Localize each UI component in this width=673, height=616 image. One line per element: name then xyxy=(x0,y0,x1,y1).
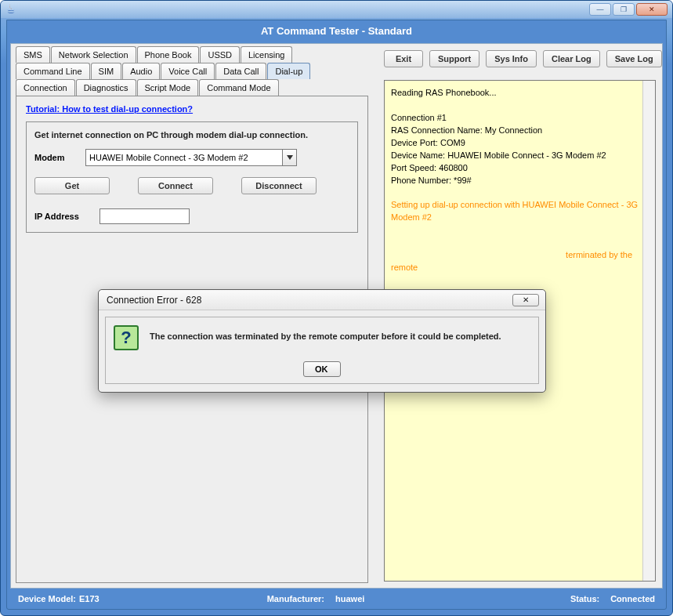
dialog-close-button[interactable]: ✕ xyxy=(512,294,539,306)
tab-command-line[interactable]: Command Line xyxy=(16,63,90,79)
support-button[interactable]: Support xyxy=(429,50,479,67)
tab-ussd[interactable]: USSD xyxy=(200,46,240,63)
connect-button[interactable]: Connect xyxy=(138,177,213,194)
tutorial-link[interactable]: Tutorial: How to test dial-up connection… xyxy=(26,104,193,114)
modem-value: HUAWEI Mobile Connect - 3G Modem #2 xyxy=(89,153,248,162)
tab-sim[interactable]: SIM xyxy=(91,63,122,79)
tab-dial-up[interactable]: Dial-up xyxy=(267,63,310,79)
titlebar[interactable]: — ❐ ✕ xyxy=(1,1,672,18)
minimize-button[interactable]: — xyxy=(589,3,611,16)
group-heading: Get internet connection on PC through mo… xyxy=(34,130,349,140)
dialog-titlebar[interactable]: Connection Error - 628 ✕ xyxy=(99,290,545,310)
tab-audio[interactable]: Audio xyxy=(122,63,160,79)
status-bar: Device Model: E173 Manufacturer: huawei … xyxy=(10,590,663,607)
tab-phone-book[interactable]: Phone Book xyxy=(137,46,200,63)
exit-button[interactable]: Exit xyxy=(384,50,423,67)
modem-combo[interactable]: HUAWEI Mobile Connect - 3G Modem #2 xyxy=(85,149,297,166)
tab-data-call[interactable]: Data Call xyxy=(215,63,266,79)
status-value: Connected xyxy=(610,594,655,603)
status-label: Status: xyxy=(570,594,599,603)
log-block3: terminated by the remote xyxy=(391,250,635,272)
disconnect-button[interactable]: Disconnect xyxy=(241,177,317,194)
app-title: AT Command Tester - Standard xyxy=(7,20,666,40)
tab-diagnostics[interactable]: Diagnostics xyxy=(76,79,136,96)
clearlog-button[interactable]: Clear Log xyxy=(543,50,600,67)
sysinfo-button[interactable]: Sys Info xyxy=(486,50,537,67)
close-button[interactable]: ✕ xyxy=(636,3,668,16)
tab-licensing[interactable]: Licensing xyxy=(241,46,292,63)
tab-network-selection[interactable]: Network Selection xyxy=(51,46,136,63)
tab-voice-call[interactable]: Voice Call xyxy=(161,63,215,79)
ip-label: IP Address xyxy=(34,212,93,221)
savelog-button[interactable]: Save Log xyxy=(606,50,662,67)
tab-script-mode[interactable]: Script Mode xyxy=(137,79,199,96)
device-model-value: E173 xyxy=(79,594,100,603)
manufacturer-value: huawei xyxy=(335,594,364,603)
log-scrollbar[interactable] xyxy=(642,81,655,581)
dialog-message: The connection was terminated by the rem… xyxy=(150,332,530,341)
dialup-group: Get internet connection on PC through mo… xyxy=(26,121,358,233)
log-block2: Setting up dial-up connection with HUAWE… xyxy=(391,200,640,222)
question-icon: ? xyxy=(114,325,139,350)
log-block1: Reading RAS Phonebook... Connection #1 R… xyxy=(391,88,606,185)
error-dialog: Connection Error - 628 ✕ ? The connectio… xyxy=(98,289,546,393)
manufacturer-label: Manufacturer: xyxy=(267,594,324,603)
dialog-title: Connection Error - 628 xyxy=(107,295,201,306)
tab-connection[interactable]: Connection xyxy=(16,79,75,96)
tab-sms[interactable]: SMS xyxy=(16,46,50,63)
java-icon xyxy=(5,3,16,14)
get-button[interactable]: Get xyxy=(34,177,110,194)
device-model-label: Device Model: xyxy=(18,594,76,603)
maximize-button[interactable]: ❐ xyxy=(613,3,635,16)
modem-label: Modem xyxy=(34,153,85,162)
dropdown-arrow-icon[interactable] xyxy=(282,150,296,165)
ok-button[interactable]: OK xyxy=(303,361,341,377)
dialog-body: ? The connection was terminated by the r… xyxy=(105,317,539,384)
toolbar: Exit Support Sys Info Clear Log Save Log xyxy=(384,50,662,67)
ip-address-input[interactable] xyxy=(100,208,190,224)
tab-command-mode[interactable]: Command Mode xyxy=(199,79,278,96)
